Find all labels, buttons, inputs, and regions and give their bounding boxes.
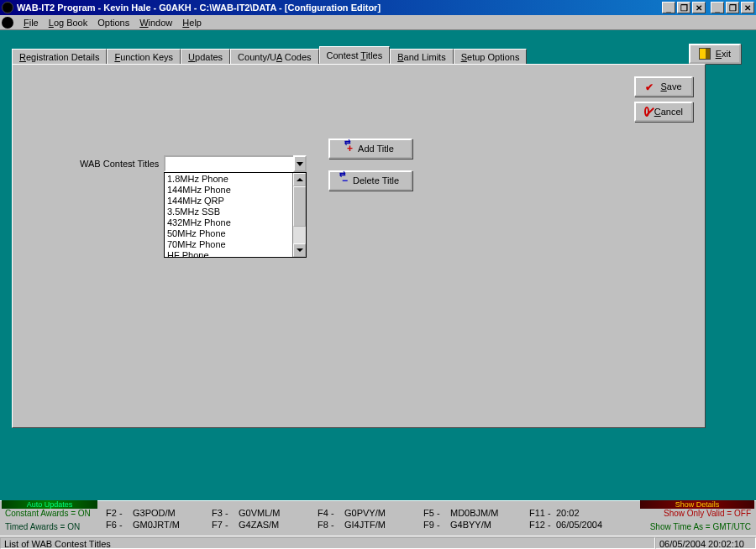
- scroll-down-button[interactable]: [293, 243, 306, 257]
- fkey-f9: F9 -G4BYY/M: [423, 520, 526, 530]
- tab-updates[interactable]: Updates: [181, 49, 230, 65]
- fkey-grid: F2 -G3POD/M F3 -G0VML/M F4 -G0PVY/M F5 -…: [99, 501, 638, 536]
- dropdown-option[interactable]: 144MHz QRP: [165, 196, 291, 207]
- mdi-window-controls: _ ❐ ✕: [660, 2, 706, 13]
- delete-title-button[interactable]: − Delete Title: [328, 170, 412, 191]
- fkey-f3: F3 -G0VML/M: [212, 508, 314, 518]
- fkey-f6: F6 -GM0JRT/M: [106, 520, 208, 530]
- scroll-up-button[interactable]: [293, 173, 306, 186]
- fkey-f2: F2 -G3POD/M: [106, 508, 208, 518]
- scroll-thumb[interactable]: [293, 186, 306, 227]
- save-button[interactable]: Save: [634, 76, 693, 97]
- fkey-f12: F12 -06/05/2004: [529, 520, 632, 530]
- combobox-dropdown-button[interactable]: [293, 155, 307, 172]
- exit-button[interactable]: Exit: [689, 44, 741, 64]
- status-datetime: 06/05/2004 20:02:10: [655, 537, 756, 549]
- show-details-box: Show Details Show Only Valid = OFF Show …: [638, 501, 756, 536]
- show-time-as-status: Show Time As = GMT/UTC: [643, 522, 751, 532]
- fkey-f8: F8 -GI4JTF/M: [318, 520, 420, 530]
- status-hint: List of WAB Contest Titles: [0, 537, 655, 549]
- fkey-f5: F5 -MD0BJM/M: [423, 508, 526, 518]
- status-bar: List of WAB Contest Titles 06/05/2004 20…: [0, 536, 756, 549]
- tab-setup-options[interactable]: Setup Options: [454, 49, 528, 65]
- menu-help[interactable]: Help: [177, 16, 207, 29]
- dropdown-scrollbar[interactable]: [292, 173, 306, 257]
- menu-window[interactable]: Window: [134, 16, 177, 29]
- close-button[interactable]: ✕: [741, 2, 754, 13]
- auto-updates-box: Auto Updates Constant Awards = ON Timed …: [0, 501, 99, 536]
- no-entry-icon: [644, 107, 649, 117]
- config-panel: Save Cancel WAB Contest Titles 1.8MHz Ph…: [12, 64, 706, 428]
- dropdown-option[interactable]: 3.5MHz SSB: [165, 207, 291, 217]
- mdi-close-button[interactable]: ✕: [692, 2, 706, 13]
- timed-awards-status: Timed Awards = ON: [5, 522, 94, 532]
- dropdown-option[interactable]: 50MHz Phone: [165, 228, 291, 239]
- dropdown-option[interactable]: 144MHz Phone: [165, 185, 291, 196]
- title-bar: WAB-IT2 Program - Kevin Hale - G0AKH - C…: [0, 0, 756, 15]
- contest-titles-label: WAB Contest Titles: [80, 159, 159, 169]
- auto-updates-header: Auto Updates: [2, 500, 97, 509]
- tab-registration-details[interactable]: Registration Details: [12, 49, 107, 65]
- delete-title-label: Delete Title: [353, 175, 399, 186]
- add-title-label: Add Title: [358, 144, 394, 154]
- door-icon: [699, 48, 711, 60]
- mdi-minimize-button[interactable]: _: [662, 2, 675, 13]
- check-icon: [645, 81, 655, 92]
- fkey-f11: F11 -20:02: [529, 508, 632, 518]
- dropdown-option[interactable]: 70MHz Phone: [165, 239, 291, 250]
- scroll-track[interactable]: [293, 186, 306, 243]
- tab-band-limits[interactable]: Band Limits: [390, 49, 453, 65]
- constant-awards-status: Constant Awards = ON: [5, 509, 94, 519]
- dropdown-option[interactable]: 432MHz Phone: [165, 217, 291, 228]
- exit-label-rest: xit: [722, 49, 731, 59]
- app-icon: [2, 2, 13, 13]
- maximize-button[interactable]: ❐: [726, 2, 739, 13]
- footer-panel: Auto Updates Constant Awards = ON Timed …: [0, 500, 756, 536]
- fkey-f7: F7 -G4ZAS/M: [212, 520, 314, 530]
- contest-titles-input[interactable]: [164, 155, 293, 172]
- show-details-header: Show Details: [640, 500, 754, 509]
- menu-options[interactable]: Options: [92, 16, 134, 29]
- mdi-system-icon[interactable]: [2, 17, 13, 29]
- contest-titles-dropdown: 1.8MHz Phone 144MHz Phone 144MHz QRP 3.5…: [164, 172, 307, 258]
- app-window-controls: _ ❐ ✕: [709, 2, 754, 13]
- menu-bar: File Log Book Options Window Help: [0, 15, 756, 30]
- add-title-button[interactable]: + Add Title: [328, 139, 412, 159]
- show-only-valid-status: Show Only Valid = OFF: [643, 509, 751, 519]
- tab-function-keys[interactable]: Function Keys: [107, 49, 181, 65]
- fkey-f4: F4 -G0PVY/M: [318, 508, 420, 518]
- minimize-button[interactable]: _: [711, 2, 724, 13]
- mdi-restore-button[interactable]: ❐: [677, 2, 690, 13]
- add-icon: +: [347, 143, 353, 154]
- dropdown-option[interactable]: HF Phone: [165, 250, 291, 258]
- dropdown-option[interactable]: 1.8MHz Phone: [165, 174, 291, 185]
- contest-titles-combobox[interactable]: [164, 155, 307, 172]
- menu-file[interactable]: File: [18, 16, 44, 29]
- tab-strip: Registration Details Function Keys Updat…: [12, 47, 527, 64]
- title-text: WAB-IT2 Program - Kevin Hale - G0AKH - C…: [17, 3, 381, 13]
- tab-contest-titles[interactable]: Contest Titles: [319, 46, 391, 64]
- cancel-button[interactable]: Cancel: [634, 102, 693, 122]
- delete-icon: −: [342, 175, 348, 186]
- tab-county-ua-codes[interactable]: County/UA Codes: [230, 49, 318, 65]
- menu-logbook[interactable]: Log Book: [44, 16, 93, 29]
